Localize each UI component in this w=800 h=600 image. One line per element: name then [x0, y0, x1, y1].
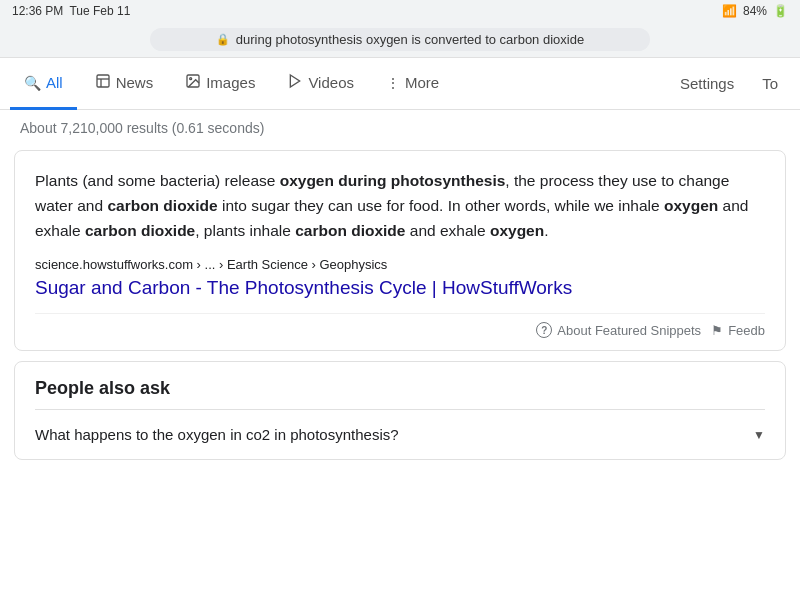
tab-more-label: More: [405, 74, 439, 91]
results-count: About 7,210,000 results (0.61 seconds): [0, 110, 800, 146]
address-text: during photosynthesis oxygen is converte…: [236, 32, 584, 47]
snippet-link[interactable]: Sugar and Carbon - The Photosynthesis Cy…: [35, 276, 765, 301]
svg-point-4: [190, 78, 192, 80]
tab-news[interactable]: News: [81, 59, 168, 110]
settings-link[interactable]: Settings: [668, 67, 746, 100]
time: 12:36 PM: [12, 4, 63, 18]
tab-images[interactable]: Images: [171, 59, 269, 110]
videos-icon: [287, 73, 303, 92]
tab-images-label: Images: [206, 74, 255, 91]
search-icon: 🔍: [24, 75, 41, 91]
battery-level: 84%: [743, 4, 767, 18]
feedback-label: Feedb: [728, 323, 765, 338]
date: Tue Feb 11: [69, 4, 130, 18]
lock-icon: 🔒: [216, 33, 230, 46]
snippet-text: Plants (and some bacteria) release oxyge…: [35, 169, 765, 243]
chevron-down-icon: ▼: [753, 428, 765, 442]
wifi-icon: 📶: [722, 4, 737, 18]
status-right: 📶 84% 🔋: [722, 4, 788, 18]
flag-icon: ⚑: [711, 323, 723, 338]
featured-snippet-card: Plants (and some bacteria) release oxyge…: [14, 150, 786, 351]
paa-title: People also ask: [15, 362, 785, 409]
search-tabs: 🔍 All News Images Videos ⋮ More Settings…: [0, 58, 800, 110]
feedback-button[interactable]: ⚑ Feedb: [711, 323, 765, 338]
paa-question-0[interactable]: What happens to the oxygen in co2 in pho…: [15, 410, 785, 459]
news-icon: [95, 73, 111, 92]
svg-rect-0: [97, 75, 109, 87]
status-left: 12:36 PM Tue Feb 11: [12, 4, 130, 18]
tab-videos[interactable]: Videos: [273, 59, 368, 110]
about-label: About Featured Snippets: [557, 323, 701, 338]
tab-news-label: News: [116, 74, 154, 91]
about-featured-snippets[interactable]: ? About Featured Snippets: [536, 322, 701, 338]
snippet-footer: ? About Featured Snippets ⚑ Feedb: [35, 313, 765, 338]
tab-all[interactable]: 🔍 All: [10, 59, 77, 110]
tab-videos-label: Videos: [308, 74, 354, 91]
question-icon: ?: [536, 322, 552, 338]
tools-link[interactable]: To: [750, 67, 790, 100]
address-bar: 🔒 during photosynthesis oxygen is conver…: [0, 22, 800, 58]
address-pill[interactable]: 🔒 during photosynthesis oxygen is conver…: [150, 28, 650, 51]
more-dots-icon: ⋮: [386, 75, 400, 91]
snippet-source-path: science.howstuffworks.com › ... › Earth …: [35, 257, 765, 272]
paa-question-text-0: What happens to the oxygen in co2 in pho…: [35, 426, 399, 443]
people-also-ask-section: People also ask What happens to the oxyg…: [14, 361, 786, 460]
images-icon: [185, 73, 201, 92]
battery-icon: 🔋: [773, 4, 788, 18]
status-bar: 12:36 PM Tue Feb 11 📶 84% 🔋: [0, 0, 800, 22]
tab-all-label: All: [46, 74, 63, 91]
svg-marker-5: [291, 75, 300, 87]
tab-more[interactable]: ⋮ More: [372, 59, 453, 110]
